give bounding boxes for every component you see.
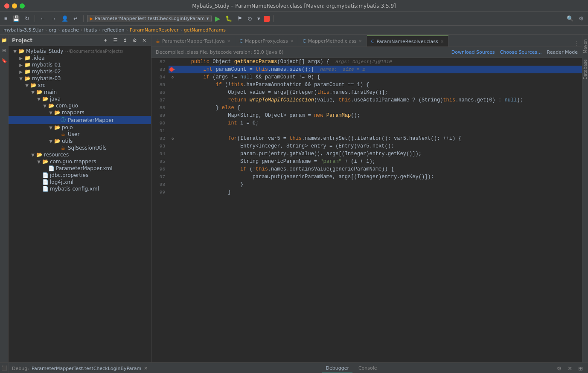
tab-parametermappertest[interactable]: ☕ ParameterMapperTest.java ✕ <box>151 35 235 46</box>
close-button[interactable] <box>4 3 9 9</box>
menu-file-button[interactable]: ≡ <box>3 14 9 23</box>
debug-runconfig: ParameterMapperTest.testCheckLoginByPara… <box>32 366 141 371</box>
tree-mybatisconfig[interactable]: 📄 mybatis-config.xml <box>9 185 151 192</box>
forward-button[interactable]: → <box>49 14 58 23</box>
jdbcprops-icon: 📄 <box>42 172 49 178</box>
minimize-button[interactable] <box>12 3 17 9</box>
toolbar-separator-1 <box>35 15 35 22</box>
gutter-90 <box>169 119 177 127</box>
tree-main[interactable]: ▼ 📂 main <box>9 89 151 95</box>
tree-mappers[interactable]: ▼ 📂 mappers <box>9 109 151 116</box>
back-button[interactable]: ← <box>38 14 47 23</box>
coverage-button[interactable]: ⚑ <box>236 14 244 23</box>
bc-reflection[interactable]: reflection <box>102 27 125 33</box>
java-label: java <box>50 96 61 102</box>
tab-close-1[interactable]: ✕ <box>227 39 230 43</box>
run-button[interactable]: ▶ <box>213 14 222 23</box>
extra-run-button[interactable]: ▾ <box>256 14 262 23</box>
bc-org[interactable]: org <box>49 27 56 33</box>
run-config-dropdown[interactable]: ▶ ParameterMapperTest.testCheckLoginByPa… <box>87 15 212 22</box>
save-button[interactable]: 💾 <box>11 14 21 23</box>
line-content-92: for(Iterator var5 = this.names.entrySet(… <box>177 135 582 142</box>
line-num-83: 83 <box>151 66 169 73</box>
tree-parametermapper[interactable]: Ⓘ ParameterMapper <box>9 116 151 124</box>
tab-close-4[interactable]: ✕ <box>440 39 444 44</box>
code-line-83: 83 → int paramCount = this.names.size();… <box>151 66 582 73</box>
list-icon[interactable]: ☰ <box>112 37 119 44</box>
tree-src[interactable]: ▼ 📂 src <box>9 82 151 89</box>
tree-log4j[interactable]: 📄 log4j.xml <box>9 179 151 185</box>
settings-sidebar-icon[interactable]: ⚙ <box>131 37 138 44</box>
tree-comguo[interactable]: ▼ 📂 com.guo <box>9 102 151 109</box>
more-run-buttons: ▾ <box>256 14 262 23</box>
comguomappers-icon: 📂 <box>42 159 49 165</box>
debug-tab-close[interactable]: ✕ <box>144 366 148 371</box>
bc-ibatis[interactable]: ibatis <box>84 27 97 33</box>
comguomappers-arrow: ▼ <box>36 159 42 164</box>
tree-user[interactable]: ☕ User <box>9 131 151 138</box>
gutter-94 <box>169 150 177 158</box>
collapse-icon[interactable]: ↕ <box>122 37 128 44</box>
maximize-button[interactable] <box>20 3 25 9</box>
tree-mybatis01[interactable]: ▶ 📁 mybatis-01 <box>9 61 151 68</box>
bookmarks-icon[interactable]: 🔖 <box>1 57 8 64</box>
database-panel-icon[interactable]: Database <box>582 57 588 82</box>
tree-mybatis03[interactable]: ▼ 📂 mybatis-03 <box>9 75 151 82</box>
comguo-arrow: ▼ <box>42 104 48 108</box>
code-editor[interactable]: 82 public Object getNamedParams(Object[]… <box>151 58 582 362</box>
tree-idea[interactable]: ▶ 📁 .idea <box>9 55 151 61</box>
tab-close-3[interactable]: ✕ <box>358 39 362 43</box>
tab-label-1: ParameterMapperTest.java <box>162 38 225 44</box>
debug-close-icon[interactable]: ✕ <box>566 365 574 372</box>
line-num-95: 95 <box>151 158 169 165</box>
download-sources-link[interactable]: Download Sources <box>451 49 495 55</box>
choose-sources-link[interactable]: Choose Sources... <box>500 49 541 55</box>
reader-mode-link[interactable]: Reader Mode <box>547 49 578 55</box>
add-icon[interactable]: ＋ <box>102 36 109 44</box>
tree-jdbcprops[interactable]: 📄 jdbc.properties <box>9 172 151 179</box>
tree-java[interactable]: ▼ 📂 java <box>9 95 151 102</box>
tab-close-2[interactable]: ✕ <box>290 39 294 43</box>
search-everywhere-button[interactable]: 🔍 <box>565 14 575 23</box>
tree-comguomappers[interactable]: ▼ 📂 com.guo.mappers <box>9 158 151 165</box>
maven-panel-icon[interactable]: Maven <box>582 37 588 56</box>
debug-settings-icon[interactable]: ⚙ <box>555 365 564 372</box>
bc-method[interactable]: getNamedParams <box>184 27 226 33</box>
tree-root[interactable]: ▼ 📂 Mybatis_Study ~/Documents/IdeaProjec… <box>9 48 151 55</box>
tree-mybatis02[interactable]: ▶ 📁 mybatis-02 <box>9 68 151 75</box>
tree-utils[interactable]: ▼ 📂 utils <box>9 138 151 145</box>
main-arrow: ▼ <box>30 90 36 95</box>
java-folder-icon: 📂 <box>42 96 49 102</box>
bc-apache[interactable]: apache <box>62 27 79 33</box>
stop-button[interactable] <box>264 16 270 22</box>
tree-resources[interactable]: ▼ 📂 resources <box>9 151 151 158</box>
tab-mapperproxy[interactable]: C MapperProxy.class ✕ <box>235 35 298 46</box>
bc-project[interactable]: mybatis-3.5.9.jar <box>3 27 44 33</box>
tree-parametermapperxml[interactable]: 📄 ParameterMapper.xml <box>9 165 151 172</box>
close-sidebar-icon[interactable]: ✕ <box>141 37 148 44</box>
profiler-button[interactable]: ⊙ <box>246 14 254 23</box>
project-icon[interactable]: 📁 <box>1 37 8 43</box>
debug-tab-debugger[interactable]: Debugger <box>322 364 352 373</box>
tab-actions[interactable]: ⋮ <box>574 40 582 46</box>
debug-expand-icon[interactable]: ⊞ <box>576 365 585 372</box>
tab-paramnameresolver[interactable]: C ParamNameResolver.class ✕ <box>367 35 448 46</box>
java-arrow: ▼ <box>36 97 42 101</box>
mybatisconfig-label: mybatis-config.xml <box>50 186 99 192</box>
recent-button[interactable]: 👤 <box>60 14 70 23</box>
debug-run-button[interactable]: 🐛 <box>224 14 234 23</box>
line-num-91: 91 <box>151 127 169 135</box>
settings-button[interactable]: ⚙ <box>577 14 585 23</box>
line-content-96: if (!this.names.containsValue(genericPar… <box>177 165 582 173</box>
tree-sqlsessionutils[interactable]: ☕ SqlSessionUtils <box>9 145 151 151</box>
debug-tab-console[interactable]: Console <box>355 364 381 373</box>
gutter-86 <box>169 89 177 96</box>
bc-classname[interactable]: ParamNameResolver <box>130 27 179 33</box>
sync-button[interactable]: ↻ <box>23 14 31 23</box>
navigate-button[interactable]: ↵ <box>72 14 80 23</box>
debug-stop-icon[interactable]: ⬛ <box>1 364 8 371</box>
structure-icon[interactable]: ⊞ <box>1 47 8 54</box>
parametermapper-icon: Ⓘ <box>60 116 67 124</box>
tab-mappermethod[interactable]: C MapperMethod.class ✕ <box>298 35 367 46</box>
tree-pojo[interactable]: ▼ 📂 pojo <box>9 124 151 131</box>
